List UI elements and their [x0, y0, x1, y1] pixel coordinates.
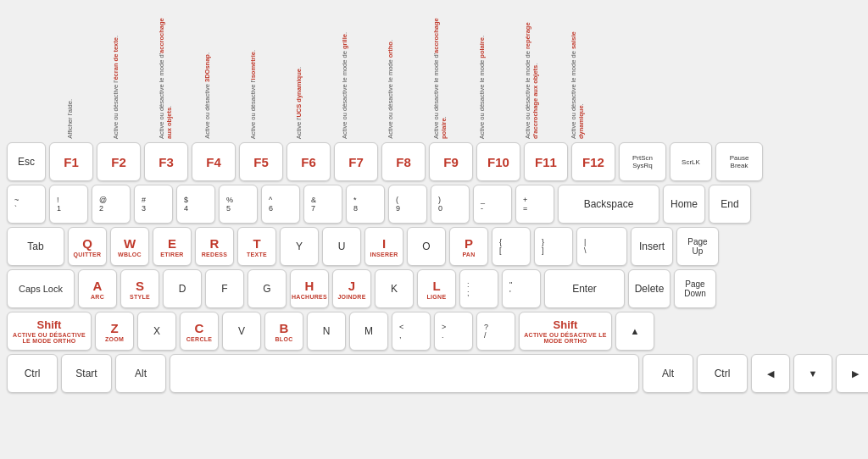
key-l[interactable]: LLIGNE [417, 269, 456, 308]
key-enter[interactable]: Enter [544, 269, 625, 308]
key-f8[interactable]: F8 [381, 142, 426, 181]
tooltip-f1: Afficher l'aide. [66, 99, 110, 139]
key-scrlk[interactable]: ScrLK [670, 142, 712, 181]
key-4[interactable]: $4 [176, 185, 215, 224]
key-f2[interactable]: F2 [97, 142, 141, 181]
key-z[interactable]: ZZOOM [95, 312, 134, 351]
key-6[interactable]: ^6 [261, 185, 300, 224]
key-ctrl-right[interactable]: Ctrl [697, 354, 748, 393]
key-5[interactable]: %5 [219, 185, 258, 224]
key-lbracket[interactable]: {[ [492, 227, 531, 266]
key-r[interactable]: RREDESS [195, 227, 234, 266]
key-shift-right[interactable]: Shift ACTIVE OU DÉSACTIVE LE MODE ORTHO [519, 312, 612, 351]
key-n[interactable]: N [307, 312, 346, 351]
key-o[interactable]: O [407, 227, 446, 266]
key-m[interactable]: M [349, 312, 388, 351]
key-equals[interactable]: += [515, 185, 554, 224]
key-7[interactable]: &7 [303, 185, 342, 224]
key-d[interactable]: D [163, 269, 202, 308]
key-v[interactable]: V [222, 312, 261, 351]
key-pagedown[interactable]: PageDown [674, 269, 716, 308]
key-f12[interactable]: F12 [571, 142, 615, 181]
key-delete[interactable]: Delete [628, 269, 670, 308]
key-f5[interactable]: F5 [239, 142, 283, 181]
key-i[interactable]: IINSERER [364, 227, 403, 266]
tooltip-f3: Active ou désactive le mode d'accrochage… [158, 7, 202, 139]
key-f[interactable]: F [205, 269, 244, 308]
key-f1[interactable]: F1 [49, 142, 93, 181]
key-p[interactable]: PPAN [449, 227, 488, 266]
key-tab[interactable]: Tab [7, 227, 64, 266]
key-b[interactable]: BBLOC [264, 312, 303, 351]
key-alt-right[interactable]: Alt [643, 354, 693, 393]
asdf-row: Caps Lock AARC SSTYLE D F G HHACHURES JJ… [7, 269, 868, 308]
key-minus[interactable]: _- [473, 185, 512, 224]
key-pause[interactable]: PauseBreak [715, 142, 763, 181]
number-row: ~` !1 @2 #3 $4 %5 ^6 &7 *8 (9 )0 _- += B… [7, 185, 868, 224]
qwerty-row: Tab QQUITTER WWBLOC EETIRER RREDESS TTEX… [7, 227, 868, 266]
key-gt[interactable]: >. [434, 312, 473, 351]
key-q[interactable]: QQUITTER [68, 227, 107, 266]
key-arrow-up[interactable]: ▲ [615, 312, 654, 351]
key-9[interactable]: (9 [388, 185, 427, 224]
key-lt[interactable]: <, [392, 312, 431, 351]
key-k[interactable]: K [375, 269, 414, 308]
key-f4[interactable]: F4 [192, 142, 236, 181]
key-tilde[interactable]: ~` [7, 185, 46, 224]
key-t[interactable]: TTEXTE [237, 227, 276, 266]
key-shift-left[interactable]: Shift ACTIVE OU DÉSACTIVE LE MODE ORTHO [7, 312, 92, 351]
shift-row: Shift ACTIVE OU DÉSACTIVE LE MODE ORTHO … [7, 312, 868, 351]
key-x[interactable]: X [137, 312, 176, 351]
key-slash[interactable]: ?/ [476, 312, 515, 351]
key-arrow-left[interactable]: ◀ [751, 354, 790, 393]
key-capslock[interactable]: Caps Lock [7, 269, 75, 308]
key-f7[interactable]: F7 [334, 142, 378, 181]
key-arrow-down[interactable]: ▼ [793, 354, 832, 393]
key-quote[interactable]: "' [502, 269, 541, 308]
key-s[interactable]: SSTYLE [120, 269, 159, 308]
key-backslash[interactable]: |\ [576, 227, 627, 266]
key-backspace[interactable]: Backspace [558, 185, 659, 224]
key-1[interactable]: !1 [49, 185, 88, 224]
key-ctrl-left[interactable]: Ctrl [7, 354, 58, 393]
bottom-row: Ctrl Start Alt Alt Ctrl ◀ ▼ ▶ [7, 354, 868, 393]
key-c[interactable]: CCERCLE [180, 312, 219, 351]
tooltip-f10: Active ou désactive le mode polaire. [478, 36, 522, 139]
key-f6[interactable]: F6 [287, 142, 331, 181]
keyboard: Esc F1 F2 F3 F4 F5 F6 F7 F8 F9 F10 F11 F… [7, 142, 868, 393]
key-e[interactable]: EETIRER [153, 227, 192, 266]
key-8[interactable]: *8 [346, 185, 385, 224]
key-f9[interactable]: F9 [429, 142, 473, 181]
key-g[interactable]: G [248, 269, 287, 308]
key-home[interactable]: Home [663, 185, 705, 224]
key-rbracket[interactable]: }] [534, 227, 573, 266]
key-alt-left[interactable]: Alt [115, 354, 166, 393]
key-insert[interactable]: Insert [631, 227, 673, 266]
tooltip-f9: Active ou désactive le mode d'accrochage… [432, 7, 476, 139]
tooltip-f6: Active l'UCS dynamique. [295, 67, 339, 139]
tooltip-f4: Active ou désactive 3DOsnap. [203, 53, 248, 139]
key-y[interactable]: Y [280, 227, 319, 266]
key-f11[interactable]: F11 [524, 142, 568, 181]
key-semicolon[interactable]: :; [459, 269, 498, 308]
key-f10[interactable]: F10 [476, 142, 520, 181]
key-u[interactable]: U [322, 227, 361, 266]
key-esc[interactable]: Esc [7, 142, 46, 181]
key-a[interactable]: AARC [78, 269, 117, 308]
key-2[interactable]: @2 [92, 185, 131, 224]
tooltip-f2: Active ou désactive l'écran de texte. [112, 36, 156, 139]
key-start[interactable]: Start [61, 354, 112, 393]
key-pageup[interactable]: PageUp [676, 227, 719, 266]
fn-row: Esc F1 F2 F3 F4 F5 F6 F7 F8 F9 F10 F11 F… [7, 142, 868, 181]
key-prtscn[interactable]: PrtScnSysRq [619, 142, 666, 181]
tooltip-f8: Active ou désactive le mode ortho. [387, 40, 431, 139]
key-3[interactable]: #3 [134, 185, 173, 224]
key-arrow-right[interactable]: ▶ [836, 354, 868, 393]
key-f3[interactable]: F3 [144, 142, 188, 181]
key-j[interactable]: JJOINDRE [332, 269, 371, 308]
key-end[interactable]: End [709, 185, 751, 224]
key-0[interactable]: )0 [431, 185, 470, 224]
key-h[interactable]: HHACHURES [290, 269, 329, 308]
key-w[interactable]: WWBLOC [110, 227, 149, 266]
key-space[interactable] [170, 354, 639, 393]
